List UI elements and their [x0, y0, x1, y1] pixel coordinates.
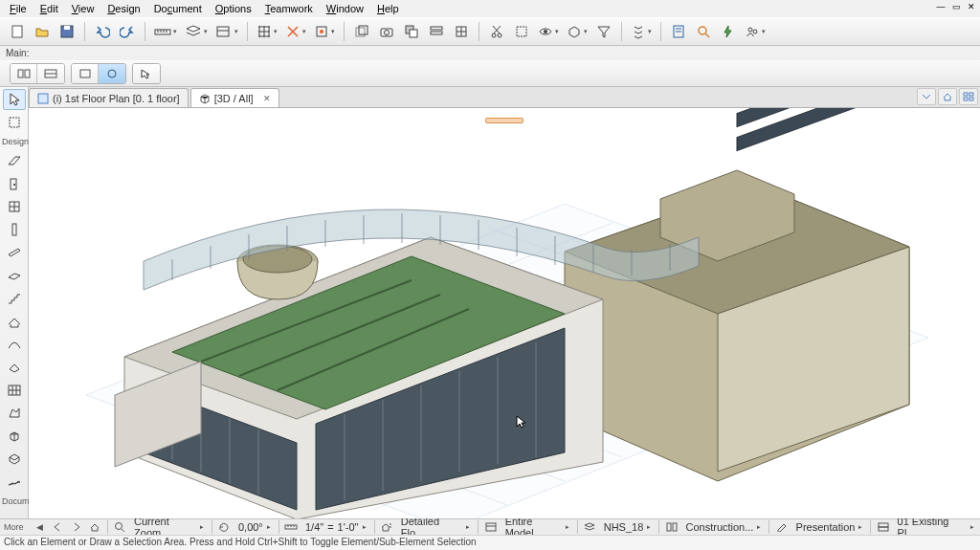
show-all[interactable]: [535, 20, 562, 43]
tab-floorplan[interactable]: (i) 1st Floor Plan [0. 1 floor]: [29, 88, 189, 107]
more-label[interactable]: More: [2, 522, 30, 532]
beam-tool[interactable]: [3, 242, 26, 263]
curtainwall-tool[interactable]: [3, 380, 26, 401]
cube-icon: [199, 93, 211, 104]
geom-method-1[interactable]: [11, 64, 37, 83]
camera-icon[interactable]: [375, 20, 398, 43]
detail-icon[interactable]: [378, 520, 394, 535]
ruler-tool[interactable]: [151, 20, 180, 43]
menu-design[interactable]: Design: [101, 1, 145, 16]
reno-filter[interactable]: Construction...▸: [681, 520, 765, 535]
stair-tool[interactable]: [3, 288, 26, 309]
morph-tool[interactable]: [3, 403, 26, 424]
door-tool[interactable]: [3, 173, 26, 194]
layerset-field[interactable]: NHS_18▸: [600, 520, 656, 535]
filter-button[interactable]: [592, 20, 615, 43]
properties-icon[interactable]: [667, 20, 690, 43]
window-minimize[interactable]: —: [934, 0, 947, 13]
toolbox-palette: Design Docum: [0, 87, 29, 518]
wall-tool[interactable]: [3, 150, 26, 171]
zoom-dropdown[interactable]: Current Zoom▸: [130, 520, 208, 535]
energy-icon[interactable]: [717, 20, 740, 43]
svg-rect-46: [80, 70, 90, 77]
redo-button[interactable]: [116, 20, 139, 43]
renovation-button[interactable]: [450, 20, 473, 43]
open-button[interactable]: [31, 20, 54, 43]
svg-line-31: [494, 26, 501, 33]
floorplan-icon: [37, 93, 49, 104]
menu-edit[interactable]: Edit: [34, 1, 64, 16]
menu-options[interactable]: Options: [210, 1, 257, 16]
slab-tool[interactable]: [3, 265, 26, 286]
arrow-method[interactable]: [133, 64, 160, 83]
window-close[interactable]: ✕: [965, 0, 978, 13]
object-tool[interactable]: [3, 426, 26, 447]
arrow-tool[interactable]: [3, 89, 26, 110]
scroll-left[interactable]: ◀: [32, 520, 48, 535]
zoom-icon[interactable]: [112, 520, 128, 535]
angle-field[interactable]: 0,00°▸: [234, 520, 275, 535]
layerset-icon[interactable]: [581, 520, 597, 535]
pen-icon[interactable]: [773, 520, 790, 535]
tab-close[interactable]: ✕: [263, 94, 271, 103]
tab-home-icon[interactable]: [938, 88, 957, 105]
teamwork-dropdown[interactable]: [742, 20, 768, 43]
menu-window[interactable]: Window: [321, 1, 369, 16]
element-snap[interactable]: [311, 20, 338, 43]
marquee-button[interactable]: [628, 20, 655, 43]
filter-icon[interactable]: [875, 520, 891, 535]
model-filter[interactable]: Entire Model▸: [501, 520, 573, 535]
undo-button[interactable]: [91, 20, 114, 43]
geom-method-2[interactable]: [37, 64, 64, 83]
marquee-tool[interactable]: [3, 112, 26, 133]
mesh-tool[interactable]: [3, 472, 26, 493]
nav-fwd[interactable]: [68, 520, 84, 535]
svg-rect-61: [38, 94, 48, 103]
window-tool[interactable]: [3, 196, 26, 217]
menu-view[interactable]: View: [66, 1, 100, 16]
trace-button[interactable]: [350, 20, 373, 43]
menu-file[interactable]: File: [4, 1, 33, 16]
zone-tool[interactable]: [3, 449, 26, 470]
scale-field[interactable]: 1/4" = 1'-0"▸: [301, 520, 370, 535]
cut-button[interactable]: [485, 20, 508, 43]
reno-icon[interactable]: [663, 520, 679, 535]
roof-tool[interactable]: [3, 311, 26, 332]
snap-guides[interactable]: [282, 20, 309, 43]
tab-nav-dropdown[interactable]: [917, 88, 936, 105]
menu-document[interactable]: Document: [148, 1, 208, 16]
suspend-groups[interactable]: [510, 20, 533, 43]
model-icon[interactable]: [482, 520, 499, 535]
detail-level[interactable]: Detailed Flo...▸: [397, 520, 475, 535]
save-button[interactable]: [56, 20, 78, 43]
tab-grid-icon[interactable]: [959, 88, 978, 105]
nav-home[interactable]: [87, 520, 103, 535]
3d-cutaway[interactable]: [564, 20, 590, 43]
sel-method-2[interactable]: [99, 64, 125, 83]
display-order[interactable]: [400, 20, 423, 43]
rotate-icon[interactable]: [216, 520, 233, 535]
nav-back[interactable]: [50, 520, 66, 535]
scale-icon[interactable]: [283, 520, 300, 535]
model-view-options[interactable]: [425, 20, 448, 43]
menu-bar: File Edit View Design Document Options T…: [0, 0, 980, 17]
skylight-tool[interactable]: [3, 357, 26, 378]
tab-3d[interactable]: [3D / All] ✕: [190, 88, 279, 107]
window-maximize[interactable]: ▭: [949, 0, 963, 13]
cursor-icon: [515, 414, 530, 429]
menu-help[interactable]: Help: [371, 1, 405, 16]
layer-combo[interactable]: [182, 20, 211, 43]
grid-snap[interactable]: [254, 20, 280, 43]
svg-rect-64: [964, 98, 968, 100]
svg-line-39: [705, 33, 709, 37]
find-select[interactable]: [692, 20, 715, 43]
sel-method-1[interactable]: [72, 64, 99, 83]
3d-viewport[interactable]: [29, 108, 980, 518]
layer-settings[interactable]: [212, 20, 241, 43]
penset-field[interactable]: Presentation▸: [792, 520, 867, 535]
graphic-override[interactable]: 01 Existing Pl...▸: [894, 520, 978, 535]
column-tool[interactable]: [3, 219, 26, 240]
new-button[interactable]: [6, 20, 29, 43]
shell-tool[interactable]: [3, 334, 26, 355]
menu-teamwork[interactable]: Teamwork: [259, 1, 319, 16]
